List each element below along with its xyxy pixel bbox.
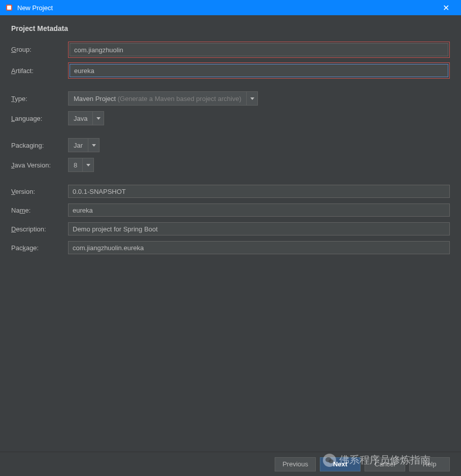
app-icon xyxy=(5,4,13,12)
row-java-version: Java Version: 8 xyxy=(11,158,450,172)
chevron-down-icon[interactable] xyxy=(246,92,257,105)
label-group: Group: xyxy=(11,46,68,53)
version-input[interactable] xyxy=(68,185,450,198)
java-version-value: 8 xyxy=(69,161,82,169)
label-java-version: Java Version: xyxy=(11,161,68,169)
java-version-dropdown[interactable]: 8 xyxy=(68,158,94,172)
footer: Previous Next Cancel Help xyxy=(0,452,461,476)
svg-rect-1 xyxy=(7,6,11,10)
language-value: Java xyxy=(69,115,92,122)
label-language: Language: xyxy=(11,115,68,122)
row-artifact: Artifact: xyxy=(11,62,450,79)
next-button[interactable]: Next xyxy=(320,457,360,471)
row-package: Package: xyxy=(11,241,450,254)
group-highlight xyxy=(68,42,450,58)
artifact-input[interactable] xyxy=(70,64,448,77)
content-area: Project Metadata Group: Artifact: Type: … xyxy=(0,15,461,452)
label-description: Description: xyxy=(11,225,68,233)
package-input[interactable] xyxy=(68,241,450,254)
artifact-highlight xyxy=(68,62,450,79)
label-artifact: Artifact: xyxy=(11,67,68,75)
chevron-down-icon[interactable] xyxy=(82,158,93,172)
section-title: Project Metadata xyxy=(11,24,450,32)
titlebar: New Project ✕ xyxy=(0,0,461,15)
row-packaging: Packaging: Jar xyxy=(11,138,450,152)
group-input[interactable] xyxy=(70,43,448,56)
packaging-dropdown[interactable]: Jar xyxy=(68,138,100,152)
chevron-down-icon[interactable] xyxy=(88,139,99,152)
row-group: Group: xyxy=(11,42,450,57)
row-version: Version: xyxy=(11,185,450,198)
name-input[interactable] xyxy=(68,203,450,217)
previous-button[interactable]: Previous xyxy=(275,457,316,471)
label-type: Type: xyxy=(11,95,68,103)
row-description: Description: xyxy=(11,222,450,235)
window-title: New Project xyxy=(17,4,436,12)
label-packaging: Packaging: xyxy=(11,142,68,149)
language-dropdown[interactable]: Java xyxy=(68,111,104,125)
label-name: Name: xyxy=(11,207,68,214)
type-dropdown[interactable]: Maven Project (Generate a Maven based pr… xyxy=(68,91,258,106)
help-button[interactable]: Help xyxy=(409,457,450,471)
close-icon[interactable]: ✕ xyxy=(436,3,456,13)
row-type: Type: Maven Project (Generate a Maven ba… xyxy=(11,91,450,106)
description-input[interactable] xyxy=(68,222,450,235)
type-value: Maven Project (Generate a Maven based pr… xyxy=(69,95,246,103)
row-language: Language: Java xyxy=(11,111,450,125)
cancel-button[interactable]: Cancel xyxy=(365,457,405,471)
label-package: Package: xyxy=(11,244,68,252)
packaging-value: Jar xyxy=(69,142,88,149)
label-version: Version: xyxy=(11,188,68,195)
row-name: Name: xyxy=(11,203,450,217)
chevron-down-icon[interactable] xyxy=(92,112,104,125)
